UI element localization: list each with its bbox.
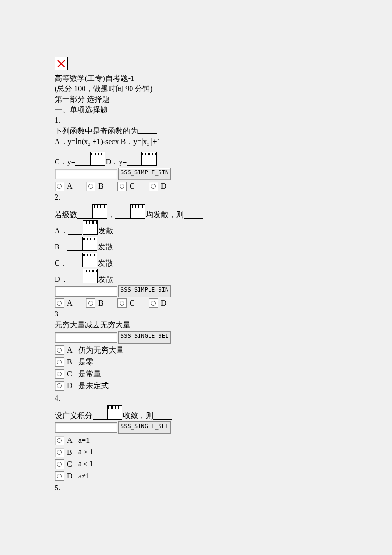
- formula-image-placeholder: [107, 405, 122, 420]
- answer-input[interactable]: [55, 422, 117, 433]
- formula-image-placeholder: [82, 253, 97, 267]
- radio-icon: [55, 448, 64, 457]
- question-type-button[interactable]: SSS_SIMPLE_SIN: [118, 285, 171, 297]
- answer-input[interactable]: [55, 169, 117, 179]
- option-row-cd: C．y= D．y=: [55, 152, 339, 166]
- option-text: 是未定式: [78, 382, 109, 390]
- question-type-button[interactable]: SSS_SIMPLE_SIN: [118, 168, 171, 180]
- page-subtitle: (总分 100，做题时间 90 分钟): [55, 84, 339, 94]
- formula-image-placeholder: [130, 204, 145, 219]
- vertical-options: Aa=1 Ba＞1 Ca＜1 Da≠1: [55, 436, 339, 481]
- option-row-ab: A．y=ln(x2 +1)-secx B．y=|x3 |+1: [55, 136, 339, 150]
- blank: [115, 211, 130, 219]
- answer-input-row: SSS_SINGLE_SEL: [55, 421, 339, 434]
- question-number: 1.: [55, 115, 339, 125]
- broken-image-icon: [55, 57, 68, 70]
- radio-icon: [55, 357, 64, 367]
- option-b: B． 发散: [55, 237, 339, 251]
- option-letter: D: [161, 182, 168, 191]
- option-letter: C: [130, 182, 137, 191]
- radio-option-a[interactable]: A: [55, 181, 75, 191]
- formula-image-placeholder: [83, 220, 98, 235]
- blank: [131, 319, 149, 327]
- option-letter: B: [98, 182, 106, 191]
- option-d-label: D．: [55, 276, 68, 283]
- option-d-text: D．y=: [106, 158, 127, 166]
- option-c: C． 发散: [55, 253, 339, 267]
- option-a: A． 发散: [55, 220, 339, 235]
- radio-option-b[interactable]: B是零: [55, 357, 339, 367]
- stem-text: 下列函数中是奇函数的为: [55, 127, 138, 135]
- question-stem: 设广义积分 收敛，则: [55, 405, 339, 420]
- option-letter: B: [67, 358, 75, 366]
- question-number: 4.: [55, 393, 339, 403]
- radio-icon: [55, 298, 64, 308]
- option-c-text: C．y=: [55, 158, 75, 166]
- option-c-after: 发散: [98, 259, 113, 267]
- answer-input-row: SSS_SIMPLE_SIN: [55, 168, 339, 180]
- question-number: 5.: [55, 483, 339, 493]
- radio-icon: [55, 436, 64, 445]
- document-page: 高等数学(工专)自考题-1 (总分 100，做题时间 90 分钟) 第一部分 选…: [0, 0, 339, 493]
- radio-option-a[interactable]: A: [55, 298, 75, 308]
- blank: [68, 227, 82, 235]
- radio-option-c[interactable]: C: [117, 181, 137, 191]
- vertical-options: A仍为无穷大量 B是零 C是常量 D是未定式: [55, 345, 339, 391]
- radio-option-b[interactable]: B: [86, 181, 106, 191]
- radio-icon: [55, 381, 64, 391]
- stem-after: 均发散，则: [146, 211, 184, 219]
- radio-row: A B C D: [55, 298, 339, 308]
- question-stem: 若级数 ， 均发散，则: [55, 204, 339, 219]
- radio-option-d[interactable]: D是未定式: [55, 381, 339, 391]
- blank: [67, 243, 82, 251]
- radio-icon: [55, 182, 64, 191]
- blank: [153, 411, 172, 420]
- radio-option-d[interactable]: Da≠1: [55, 471, 339, 480]
- radio-option-b[interactable]: B: [86, 298, 106, 308]
- option-b-after: 发散: [98, 243, 113, 251]
- stem-pre: 设广义积分: [55, 412, 93, 420]
- question-stem: 下列函数中是奇函数的为: [55, 125, 339, 136]
- blank: [184, 211, 203, 219]
- radio-icon: [86, 298, 95, 308]
- formula-image-placeholder: [92, 204, 107, 219]
- stem-text: 无穷大量减去无穷大量: [55, 321, 131, 329]
- option-a-label: A．: [55, 227, 68, 235]
- option-text: 是零: [78, 358, 93, 366]
- formula-image-placeholder: [90, 152, 105, 166]
- stem-mid: ，: [108, 211, 115, 219]
- option-text: 是常量: [78, 370, 101, 378]
- question-number: 2.: [55, 192, 339, 202]
- blank: [138, 125, 157, 134]
- radio-icon: [55, 345, 64, 355]
- option-a-text: A．y=ln(x: [55, 137, 88, 145]
- stem-pre: 若级数: [55, 211, 77, 219]
- option-d-after: 发散: [98, 276, 113, 283]
- blank: [68, 275, 82, 283]
- radio-option-d[interactable]: D: [149, 181, 168, 191]
- option-letter: D: [161, 299, 168, 307]
- formula-image-placeholder: [141, 152, 157, 166]
- answer-input-row: SSS_SIMPLE_SIN: [55, 285, 339, 297]
- option-letter: A: [67, 299, 75, 307]
- radio-option-a[interactable]: A仍为无穷大量: [55, 345, 339, 355]
- option-d: D． 发散: [55, 269, 339, 283]
- formula-image-placeholder: [83, 269, 98, 283]
- question-type-button[interactable]: SSS_SINGLE_SEL: [118, 331, 171, 344]
- option-letter: A: [67, 182, 75, 191]
- radio-option-d[interactable]: D: [149, 298, 168, 308]
- radio-option-c[interactable]: C是常量: [55, 369, 339, 379]
- option-text: a≠1: [78, 472, 90, 480]
- option-a-after: +1)-secx: [90, 137, 119, 145]
- question-stem: 无穷大量减去无穷大量: [55, 319, 339, 330]
- radio-option-c[interactable]: Ca＜1: [55, 459, 339, 469]
- option-c-label: C．: [55, 259, 67, 267]
- answer-input[interactable]: [55, 332, 117, 343]
- radio-option-b[interactable]: Ba＞1: [55, 447, 339, 457]
- question-type-button[interactable]: SSS_SINGLE_SEL: [118, 421, 171, 434]
- radio-option-a[interactable]: Aa=1: [55, 436, 339, 445]
- answer-input[interactable]: [55, 286, 117, 297]
- blank: [127, 158, 141, 166]
- radio-option-c[interactable]: C: [117, 298, 137, 308]
- option-text: 仍为无穷大量: [78, 346, 124, 354]
